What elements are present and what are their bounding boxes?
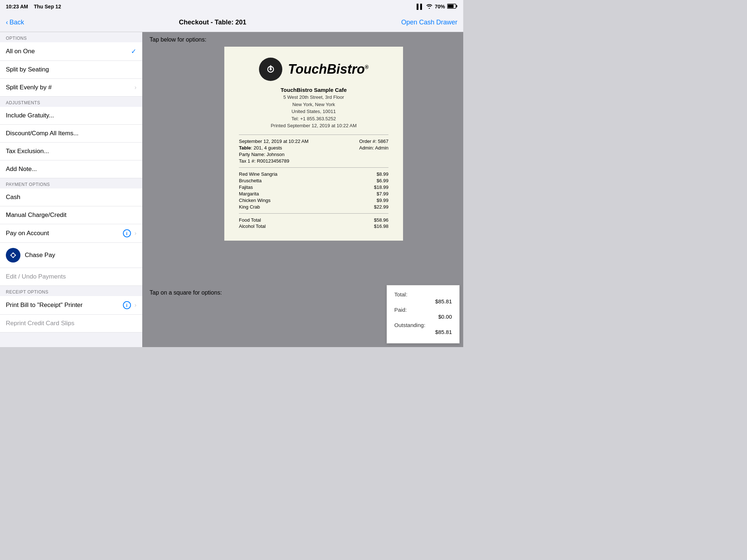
chase-pay-item: Chase Pay — [6, 248, 55, 262]
svg-rect-2 — [448, 4, 454, 8]
adjustment-note[interactable]: Add Note... — [0, 160, 142, 178]
total-label: Total: — [394, 291, 407, 298]
paid-amount: $0.00 — [394, 314, 452, 320]
item-price-2: $18.99 — [374, 184, 388, 190]
back-label: Back — [9, 19, 24, 26]
adjustments-section-header: ADJUSTMENTS — [0, 97, 142, 107]
receipt-items: Red Wine Sangria $8.99 Bruschetta $6.99 … — [239, 171, 388, 210]
adjustment-tax[interactable]: Tax Exclusion... — [0, 143, 142, 160]
food-total-value: $58.96 — [374, 217, 388, 223]
tap-below-label: Tap below for options: — [150, 36, 206, 43]
adjustment-gratuity[interactable]: Include Gratuity... — [0, 107, 142, 125]
adjustment-note-label: Add Note... — [6, 166, 37, 173]
open-cash-drawer-button[interactable]: Open Cash Drawer — [401, 19, 457, 26]
item-name-2: Fajitas — [239, 184, 253, 190]
edit-undo-payments[interactable]: Edit / Undo Payments — [0, 268, 142, 286]
svg-rect-1 — [456, 5, 457, 7]
adjustment-gratuity-label: Include Gratuity... — [6, 112, 54, 119]
payment-manual-charge[interactable]: Manual Charge/Credit — [0, 206, 142, 224]
alcohol-total-label: Alcohol Total — [239, 223, 266, 229]
meta-row-party: Party Name: Johnson — [239, 152, 388, 157]
status-time-date: 10:23 AM Thu Sep 12 — [6, 4, 61, 9]
alcohol-total-row: Alcohol Total $16.98 — [239, 223, 388, 229]
item-name-1: Bruschetta — [239, 178, 262, 183]
chevron-right-icon: › — [135, 84, 136, 91]
receipt-item-4: Chicken Wings $9.99 — [239, 198, 388, 203]
receipt-party: Party Name: Johnson — [239, 152, 285, 157]
alcohol-total-value: $16.98 — [374, 223, 388, 229]
item-price-5: $22.99 — [374, 204, 388, 210]
adjustment-tax-label: Tax Exclusion... — [6, 148, 49, 155]
receipt-item-1: Bruschetta $6.99 — [239, 178, 388, 183]
meta-row-date-order: September 12, 2019 at 10:22 AM Order #: … — [239, 139, 388, 144]
receipt-meta: September 12, 2019 at 10:22 AM Order #: … — [239, 139, 388, 164]
svg-point-4 — [12, 254, 15, 257]
chevron-right-icon: › — [135, 302, 136, 308]
edit-undo-label: Edit / Undo Payments — [6, 273, 66, 280]
main-layout: OPTIONS All on One ✓ Split by Seating Sp… — [0, 32, 463, 347]
payment-options-section-header: PAYMENT OPTIONS — [0, 178, 142, 188]
item-name-3: Margarita — [239, 191, 259, 197]
receipt-tax: Tax 1 #: R00123456789 — [239, 158, 289, 164]
print-bill-button[interactable]: Print Bill to "Receipt" Printer i › — [0, 296, 142, 315]
status-bar: 10:23 AM Thu Sep 12 ▌▌ 70% — [0, 0, 463, 13]
info-circle-icon[interactable]: i — [123, 301, 131, 309]
paid-row: Paid: — [394, 307, 452, 313]
reprint-credit-card[interactable]: Reprint Credit Card Slips — [0, 315, 142, 332]
receipt-date: September 12, 2019 at 10:22 AM — [239, 139, 309, 144]
back-button[interactable]: ‹ Back — [6, 19, 24, 26]
battery-icon — [447, 4, 457, 10]
receipt-admin: Admin: Admin — [359, 145, 388, 151]
item-price-0: $8.99 — [376, 171, 388, 177]
options-section-header: OPTIONS — [0, 32, 142, 42]
option-all-on-one[interactable]: All on One ✓ — [0, 42, 142, 61]
divider-3 — [239, 213, 388, 214]
reprint-label: Reprint Credit Card Slips — [6, 320, 74, 327]
receipt-item-0: Red Wine Sangria $8.99 — [239, 171, 388, 177]
chase-logo — [6, 248, 20, 262]
address-line2: New York, New York — [292, 102, 335, 107]
item-name-0: Red Wine Sangria — [239, 171, 278, 177]
checkmark-icon: ✓ — [131, 47, 136, 55]
info-circle-icon[interactable]: i — [123, 229, 131, 237]
adjustment-discount-label: Discount/Comp All Items... — [6, 130, 78, 137]
receipt-cafe-info: TouchBistro Sample Cafe 5 West 20th Stre… — [239, 87, 388, 129]
food-total-row: Food Total $58.96 — [239, 217, 388, 223]
option-all-on-one-label: All on One — [6, 48, 35, 55]
payment-summary: Total: $85.81 Paid: $0.00 Outstanding: $… — [387, 285, 460, 343]
tap-square-label: Tap on a square for options: — [150, 289, 222, 296]
wifi-icon — [426, 4, 433, 10]
chevron-left-icon: ‹ — [6, 19, 8, 26]
address-line1: 5 West 20th Street, 3rd Floor — [283, 94, 344, 100]
chase-pay-label: Chase Pay — [25, 252, 55, 259]
receipt-item-2: Fajitas $18.99 — [239, 184, 388, 190]
paid-label: Paid: — [394, 307, 407, 313]
payment-cash[interactable]: Cash — [0, 188, 142, 206]
nav-bar: ‹ Back Checkout - Table: 201 Open Cash D… — [0, 13, 463, 32]
meta-row-tax: Tax 1 #: R00123456789 — [239, 158, 388, 164]
option-split-by-seating[interactable]: Split by Seating — [0, 61, 142, 79]
divider-1 — [239, 135, 388, 135]
receipt-area: Tap below for options: TouchBistro® Touc… — [142, 32, 463, 347]
option-split-by-seating-label: Split by Seating — [6, 66, 49, 73]
payment-manual-charge-label: Manual Charge/Credit — [6, 211, 66, 219]
item-price-4: $9.99 — [376, 198, 388, 203]
receipt-options-section-header: RECEIPT OPTIONS — [0, 286, 142, 296]
item-name-5: King Crab — [239, 204, 260, 210]
option-split-evenly[interactable]: Split Evenly by # › — [0, 79, 142, 97]
payment-on-account[interactable]: Pay on Account i › — [0, 224, 142, 243]
receipt-container[interactable]: TouchBistro® TouchBistro Sample Cafe 5 W… — [224, 47, 403, 241]
payment-chase-pay[interactable]: Chase Pay — [0, 243, 142, 268]
cafe-name: TouchBistro Sample Cafe — [239, 87, 388, 93]
print-bill-label: Print Bill to "Receipt" Printer — [6, 302, 82, 309]
outstanding-amount: $85.81 — [394, 329, 452, 335]
receipt-item-3: Margarita $7.99 — [239, 191, 388, 197]
receipt-table: Table: 201, 4 guests — [239, 145, 282, 151]
adjustment-discount[interactable]: Discount/Comp All Items... — [0, 125, 142, 143]
total-row: Total: — [394, 291, 452, 298]
page-title: Checkout - Table: 201 — [179, 19, 247, 26]
address-line3: United States, 10011 — [291, 109, 336, 114]
phone: Tel: +1 855.363.5252 — [291, 116, 336, 121]
status-date: Thu Sep 12 — [34, 4, 61, 9]
option-split-evenly-label: Split Evenly by # — [6, 84, 52, 91]
